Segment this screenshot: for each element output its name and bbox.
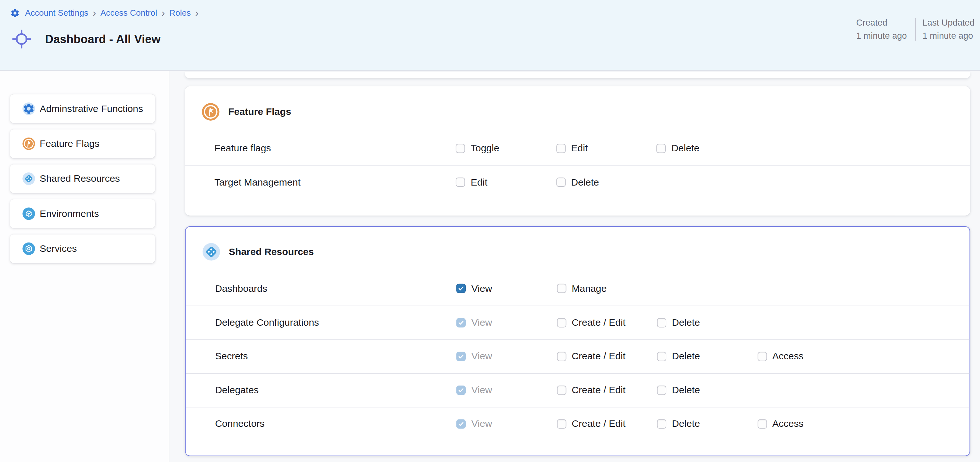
permission-label: Edit	[571, 142, 588, 154]
meta-label: Created	[856, 17, 907, 29]
meta-created: Created1 minute ago	[856, 17, 907, 42]
permission-row-secrets: SecretsViewCreate / EditDeleteAccess	[186, 339, 969, 373]
sidebar-item-adminstrative-functions[interactable]: Adminstrative Functions	[10, 94, 155, 123]
checkbox-delete[interactable]	[556, 178, 565, 187]
permission-label: View	[471, 283, 492, 294]
section-title: Feature Flags	[228, 106, 291, 117]
checkbox-view[interactable]	[457, 284, 466, 293]
permission-row-dashboards: DashboardsViewManage	[186, 271, 969, 305]
page-header: Account Settings›Access Control›Roles› D…	[0, 0, 980, 71]
checkbox-access[interactable]	[757, 419, 767, 429]
sidebar-item-label: Feature Flags	[40, 138, 100, 149]
permission-cell-create-edit: Create / Edit	[557, 317, 657, 328]
sidebar-item-services[interactable]: Services	[10, 234, 155, 263]
checkbox-view	[457, 318, 466, 327]
permission-label: Delete	[672, 317, 700, 328]
permission-cell-create-edit: Create / Edit	[557, 351, 657, 362]
resource-label: Target Management	[215, 176, 456, 188]
app-body: Adminstrative FunctionsFeature FlagsShar…	[0, 71, 980, 462]
permission-label: View	[471, 351, 492, 362]
permission-row-connectors: ConnectorsViewCreate / EditDeleteAccess	[186, 406, 969, 440]
breadcrumb-link-account-settings[interactable]: Account Settings	[25, 7, 88, 19]
chevron-right-icon: ›	[92, 8, 97, 17]
section-header-feature-flags: Feature Flags	[185, 86, 970, 120]
permission-cell-delete: Delete	[657, 351, 757, 362]
permission-rows: Feature flagsToggleEditDeleteTarget Mana…	[185, 131, 970, 199]
chevron-right-icon: ›	[161, 8, 165, 17]
permission-label: Delete	[672, 418, 700, 429]
checkbox-delete[interactable]	[657, 419, 667, 429]
checkbox-edit[interactable]	[556, 143, 565, 152]
permission-cell-delete: Delete	[657, 418, 757, 429]
flag-icon	[202, 103, 220, 120]
sidebar-item-feature-flags[interactable]: Feature Flags	[10, 129, 155, 158]
permission-row-feature-flags: Feature flagsToggleEditDelete	[185, 131, 970, 165]
checkbox-view	[457, 352, 466, 361]
permission-label: Create / Edit	[572, 418, 625, 429]
role-permissions-page: Account Settings›Access Control›Roles› D…	[0, 0, 980, 462]
page-title: Dashboard - All View	[45, 32, 161, 46]
breadcrumb-link-access-control[interactable]: Access Control	[100, 7, 157, 19]
permission-label: Delete	[671, 142, 700, 154]
checkbox-manage[interactable]	[557, 284, 566, 293]
permission-rows: DashboardsViewManageDelegate Configurati…	[186, 271, 969, 440]
checkbox-create-edit[interactable]	[557, 352, 566, 361]
resource-categories-sidebar: Adminstrative FunctionsFeature FlagsShar…	[0, 71, 169, 462]
shared-resources-icon	[22, 173, 35, 185]
meta-last-updated: Last Updated1 minute ago	[923, 17, 975, 42]
sidebar-item-shared-resources[interactable]: Shared Resources	[10, 164, 155, 193]
permission-cell-delete: Delete	[657, 384, 757, 395]
permission-label: View	[471, 317, 492, 328]
title-row: Dashboard - All View	[11, 29, 161, 49]
permission-label: Create / Edit	[572, 317, 625, 328]
section-title: Shared Resources	[229, 246, 314, 257]
permission-label: Access	[772, 351, 803, 362]
sidebar-item-label: Adminstrative Functions	[40, 103, 143, 114]
permission-cell-view: View	[457, 384, 557, 395]
permission-cell-access: Access	[757, 351, 858, 362]
sidebar-item-label: Shared Resources	[40, 173, 120, 184]
shared-resources-icon	[203, 243, 220, 261]
permission-label: Create / Edit	[572, 384, 625, 395]
permission-row-delegates: DelegatesViewCreate / EditDelete	[186, 373, 969, 406]
permission-label: Delete	[672, 384, 700, 395]
resource-label: Connectors	[215, 418, 457, 429]
sidebar-item-label: Services	[40, 243, 77, 254]
checkbox-delete[interactable]	[657, 318, 667, 327]
checkbox-create-edit[interactable]	[557, 419, 566, 429]
checkbox-delete[interactable]	[657, 352, 667, 361]
permissions-panel: Feature FlagsFeature flagsToggleEditDele…	[169, 71, 980, 462]
resource-label: Delegates	[215, 384, 457, 395]
permission-cell-view: View	[457, 351, 557, 362]
checkbox-view	[457, 385, 466, 394]
permission-label: Toggle	[471, 142, 499, 154]
permission-label: Delete	[672, 351, 700, 362]
permission-cell-edit: Edit	[456, 176, 556, 188]
section-header-shared-resources: Shared Resources	[186, 227, 969, 260]
checkbox-toggle[interactable]	[456, 143, 465, 152]
gear-icon	[22, 102, 35, 115]
checkbox-create-edit[interactable]	[557, 385, 566, 394]
section-card-feature-flags: Feature FlagsFeature flagsToggleEditDele…	[185, 86, 970, 215]
permission-label: Edit	[471, 176, 487, 188]
permission-label: Create / Edit	[572, 351, 625, 362]
resource-label: Dashboards	[215, 283, 457, 294]
checkbox-delete[interactable]	[657, 385, 667, 394]
permission-label: Delete	[571, 176, 599, 188]
resource-label: Delegate Configurations	[215, 317, 457, 328]
checkbox-access[interactable]	[757, 352, 767, 361]
checkbox-create-edit[interactable]	[557, 318, 566, 327]
permission-cell-delete: Delete	[656, 142, 757, 154]
permission-label: View	[471, 384, 492, 395]
permission-cell-delete: Delete	[657, 317, 757, 328]
sidebar-item-environments[interactable]: Environments	[10, 199, 155, 228]
breadcrumb-link-roles[interactable]: Roles	[169, 7, 191, 19]
checkbox-view	[457, 419, 466, 429]
permission-label: Access	[772, 418, 803, 429]
sidebar-item-label: Environments	[40, 208, 99, 219]
permission-row-delegate-configurations: Delegate ConfigurationsViewCreate / Edit…	[186, 305, 969, 339]
resource-label: Secrets	[215, 351, 457, 362]
checkbox-delete[interactable]	[656, 143, 666, 152]
services-icon	[22, 242, 35, 255]
checkbox-edit[interactable]	[456, 178, 465, 187]
